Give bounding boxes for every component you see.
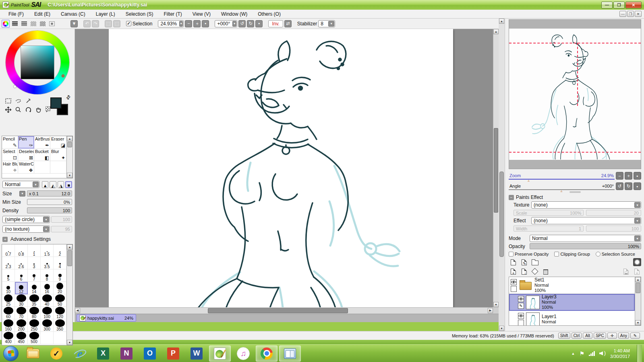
brush-size-8[interactable]: 8 [41, 269, 54, 282]
flip-view-button[interactable]: ⇄ [284, 20, 292, 27]
tool-hair-blur[interactable]: Hair Blur✧ [2, 161, 18, 174]
brush-size-20[interactable]: 20 [54, 282, 66, 294]
tool-grid-scrollbar[interactable]: ▲ ▼ [66, 136, 72, 178]
menu-selection[interactable]: Selection (S) [120, 10, 159, 18]
zoom-in-button[interactable]: ＋ [193, 20, 201, 27]
color-mixer-button[interactable] [29, 20, 37, 28]
zoom-tool[interactable] [13, 105, 23, 114]
canvas-vertical-scrollbar[interactable]: ▲ ▼ [493, 29, 499, 307]
brush-size-400[interactable]: 400 [2, 332, 15, 344]
zoom-dropdown-icon[interactable]: ▼ [179, 21, 183, 27]
key-shift[interactable]: Shift [558, 333, 570, 339]
brush-size-3[interactable]: 3 [28, 257, 41, 269]
taskbar-excel[interactable]: X [92, 345, 114, 362]
key-any[interactable]: Any [618, 333, 629, 339]
layer-mode-dropdown-icon[interactable]: ▼ [634, 236, 640, 241]
zoom-slider-marker[interactable]: ▵ [528, 178, 530, 182]
show-desktop-button[interactable] [637, 345, 642, 362]
layer-visibility-toggle[interactable] [511, 279, 517, 285]
opacity-slider[interactable]: 100% [530, 243, 641, 249]
brush-size-5[interactable]: 5 [2, 269, 15, 282]
brush-size-1[interactable]: 1 [28, 244, 41, 257]
move-key-icon[interactable]: ✛ [607, 333, 617, 339]
scroll-down-icon[interactable]: ▼ [635, 320, 641, 325]
size-unit-dropdown[interactable]: ▼ [19, 191, 25, 197]
canvas-horizontal-scrollbar[interactable]: ◀ ▶ [75, 307, 493, 314]
brush-size-16[interactable]: 16 [41, 282, 54, 294]
canvas-area[interactable]: ▲ ▼ ◀ ▶ [75, 29, 499, 314]
merge-down-button[interactable]: ↓ [520, 267, 528, 275]
rotate-canvas-tool[interactable] [23, 105, 33, 114]
rgb-slider-button[interactable] [11, 20, 19, 28]
rotate-cw-button[interactable]: ↻ [247, 20, 254, 27]
brush-size-0-8[interactable]: 0.8 [15, 244, 28, 257]
advanced-settings-expand-icon[interactable]: ＋ [2, 237, 8, 242]
taskbar-chrome[interactable] [256, 345, 277, 362]
brush-size-500[interactable]: 500 [28, 332, 41, 344]
brush-size-40[interactable]: 40 [41, 294, 54, 307]
right-panel-scrollbar[interactable]: ▲ ▼ [499, 19, 505, 331]
effect-dropdown-icon[interactable]: ▼ [634, 218, 640, 223]
taskbar-explorer[interactable] [22, 345, 44, 362]
network-icon[interactable] [589, 351, 595, 356]
menu-edit[interactable]: Edit (E) [29, 10, 56, 18]
menu-canvas[interactable]: Canvas (C) [56, 10, 91, 18]
taskbar-powerpoint[interactable]: P [162, 345, 184, 362]
brush-grid-scrollbar[interactable]: ▲ ▼ [66, 244, 72, 345]
scroll-down-icon[interactable]: ▼ [493, 302, 499, 307]
layer-mask-button[interactable] [633, 258, 641, 266]
doc-minimize-button[interactable]: — [619, 11, 626, 17]
scroll-thumb[interactable] [67, 250, 72, 266]
clipping-group-checkbox[interactable]: Clipping Group [554, 252, 590, 257]
taskbar-outlook[interactable]: O [139, 345, 161, 362]
layer-edit-indicator[interactable]: ✎ [518, 303, 524, 309]
scroll-thumb[interactable] [208, 308, 348, 313]
hue-wheel[interactable] [6, 31, 69, 94]
texture-select[interactable]: (none) ▼ [531, 201, 641, 209]
layer-row[interactable]: Layer1 Normal [509, 311, 635, 325]
menu-view[interactable]: View (V) [187, 10, 216, 18]
navigator-preview[interactable] [509, 29, 641, 160]
brush-edge-hard-button[interactable]: ▲ [42, 181, 49, 188]
selection-shrink-button[interactable]: ⬚ [113, 20, 120, 27]
doc-close-button[interactable]: ✕ [635, 11, 642, 17]
brush-shape-select[interactable]: (simple circle) ▼ [2, 216, 50, 223]
brush-size-9[interactable]: 9 [54, 269, 66, 282]
saturation-value-square[interactable] [21, 46, 54, 79]
brush-size-25[interactable]: 25 [2, 294, 15, 307]
merge-linework-button[interactable]: ⬓ [621, 267, 630, 275]
nav-zoom-reset-button[interactable]: ▪ [634, 172, 641, 180]
transparency-icon[interactable] [46, 106, 50, 111]
redo-button[interactable]: ↷ [92, 20, 99, 27]
menu-filter[interactable]: Filter (T) [158, 10, 187, 18]
new-layer-set-button[interactable] [530, 258, 539, 266]
taskbar-clock[interactable]: 1:40 AM 3/30/2017 [610, 348, 630, 359]
brush-size-35[interactable]: 35 [28, 294, 41, 307]
scroll-up-icon[interactable]: ▲ [493, 29, 499, 34]
taskbar-norton[interactable]: ✓ [46, 345, 67, 362]
brush-size-50[interactable]: 50 [54, 294, 66, 307]
scroll-up-icon[interactable]: ▲ [499, 19, 504, 24]
hsv-slider-button[interactable] [20, 20, 28, 28]
stabilizer-combo[interactable]: 8 ▼ [318, 20, 335, 27]
delete-layer-button[interactable] [541, 267, 550, 275]
minimize-button[interactable]: — [601, 2, 613, 8]
key-ctrl[interactable]: Ctrl [572, 333, 582, 339]
scroll-left-icon[interactable]: ◀ [75, 308, 80, 313]
brush-size-7[interactable]: 7 [28, 269, 41, 282]
brush-texture-dropdown-icon[interactable]: ▼ [43, 226, 49, 232]
brush-texture-strength[interactable]: 95 [51, 226, 72, 232]
scroll-up-icon[interactable]: ▲ [67, 136, 72, 141]
scroll-down-icon[interactable]: ▼ [67, 340, 72, 345]
zoom-combo[interactable]: 24.93% ▼ [158, 20, 184, 27]
brush-shape-strength[interactable]: 100 [51, 216, 72, 223]
panel-resize-handle[interactable] [509, 190, 641, 194]
pen-key-icon[interactable]: ✎ [630, 333, 640, 339]
brush-size-100[interactable]: 100 [41, 307, 54, 319]
brush-size-1-5[interactable]: 1.5 [41, 244, 54, 257]
scroll-down-icon[interactable]: ▼ [499, 326, 504, 331]
zoom-reset-button[interactable]: ▪ [202, 20, 209, 27]
layer-visibility-toggle[interactable] [518, 296, 524, 302]
brush-size-160[interactable]: 160 [2, 319, 15, 332]
brush-size-3-5[interactable]: 3.5 [41, 257, 54, 269]
